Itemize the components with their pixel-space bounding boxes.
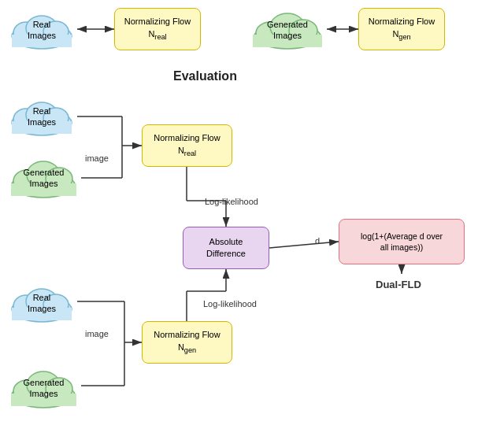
ngen-eval-label: Normalizing FlowNgen [154,329,220,355]
log-likelihood-label-2: Log-likelihood [203,299,257,309]
real-images-eval-top-label: Real Images [28,105,56,128]
diagram: Real Images Normalizing FlowNreal Genera… [0,0,504,425]
cloud-gen-eval-bot: Generated Images [6,364,81,412]
svg-line-42 [269,242,339,248]
box-ngen-top: Normalizing FlowNgen [358,8,445,50]
image-label-1: image [85,153,109,163]
cloud-gen-eval-top: Generated Images [6,153,81,202]
box-ngen-eval: Normalizing FlowNgen [142,321,232,364]
box-nreal-eval: Normalizing FlowNreal [142,124,232,167]
section-title: Evaluation [173,69,237,83]
gen-images-eval-bot-label: Generated Images [24,377,65,400]
cloud-gen-top: Generated Images [248,6,327,54]
real-images-eval-bot-label: Real Images [28,292,56,315]
log-formula-label: log(1+(Average d over all images)) [361,231,443,253]
cloud-real-eval-top: Real Images [6,93,77,140]
box-abs-diff: Absolute Difference [183,227,269,269]
arrows-overlay [0,0,504,425]
ngen-top-label: Normalizing FlowNgen [369,16,435,42]
abs-diff-label: Absolute Difference [206,236,246,261]
real-images-top-label: Real Images [28,19,56,42]
gen-images-top-label: Generated Images [267,19,308,42]
nreal-top-label: Normalizing FlowNreal [124,16,191,42]
cloud-real-eval-bot: Real Images [6,279,77,327]
dual-fld-label: Dual-FLD [376,279,421,290]
gen-images-eval-top-label: Generated Images [24,167,65,190]
d-label: d [315,236,320,246]
log-likelihood-label-1: Log-likelihood [205,197,258,206]
image-label-2: image [85,329,109,338]
nreal-eval-label: Normalizing FlowNreal [154,132,220,158]
cloud-real-top: Real Images [6,6,77,54]
box-log-formula: log(1+(Average d over all images)) [339,219,465,264]
box-nreal-top: Normalizing FlowNreal [114,8,201,50]
